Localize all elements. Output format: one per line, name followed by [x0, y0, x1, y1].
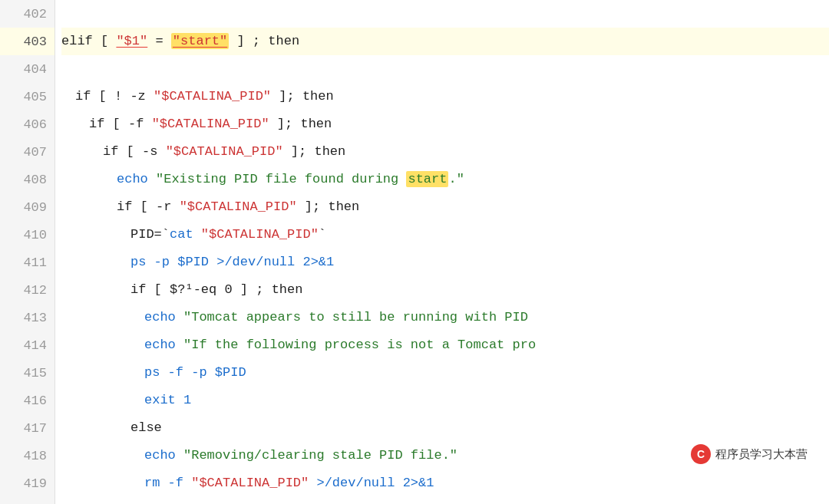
- code-token: echo: [144, 304, 183, 331]
- code-token: "Tomcat appears to still be running with…: [183, 304, 528, 331]
- code-token: >/dev/null 2>&1: [309, 469, 434, 497]
- line-number: 402: [0, 0, 54, 28]
- line-number: 416: [0, 387, 54, 414]
- code-token: "$CATALINA_PID": [191, 469, 309, 497]
- code-token: [193, 221, 201, 249]
- code-line: if [ ! -z "$CATALINA_PID" ]; then: [61, 83, 829, 110]
- line-number: 419: [0, 469, 54, 497]
- line-number: 417: [0, 414, 54, 442]
- code-viewer: 4024034044054064074084094104114124134144…: [0, 0, 829, 504]
- line-number: 412: [0, 276, 54, 304]
- code-token: "If the following process is not a Tomca…: [183, 331, 536, 359]
- code-token: ¹: [185, 276, 193, 304]
- code-token: ];: [269, 110, 301, 138]
- code-content: elif [ "$1" = "start" ] ; thenif [ ! -z …: [55, 0, 829, 504]
- code-token: -eq 0 ] ;: [193, 276, 272, 304]
- code-line: if [ -s "$CATALINA_PID" ]; then: [61, 138, 829, 166]
- code-line: else: [61, 414, 829, 442]
- code-token: "$CATALINA_PID": [201, 221, 319, 249]
- code-line: PID=`cat "$CATALINA_PID"`: [61, 221, 829, 249]
- line-number: 415: [0, 359, 54, 387]
- code-line: rm -f "$CATALINA_PID" >/dev/null 2>&1: [61, 469, 829, 497]
- code-token: then: [328, 193, 359, 221]
- line-number: 407: [0, 138, 54, 166]
- code-token: "$CATALINA_PID": [166, 138, 283, 166]
- code-token: elif [: [61, 28, 116, 55]
- line-number: 404: [0, 55, 54, 83]
- code-token: ];: [271, 83, 302, 110]
- code-line: echo "Tomcat appears to still be running…: [61, 304, 829, 331]
- code-token: echo: [144, 442, 183, 469]
- code-token: "$1": [116, 28, 147, 55]
- code-token: ps -p $PID >/dev/null 2>&1: [130, 249, 334, 276]
- code-token: then: [300, 110, 332, 138]
- line-number: 403: [0, 28, 54, 55]
- line-number-gutter: 4024034044054064074084094104114124134144…: [0, 0, 55, 504]
- code-token: else: [130, 414, 162, 442]
- code-line: [61, 0, 829, 28]
- line-number: 410: [0, 221, 54, 249]
- line-number: 409: [0, 193, 54, 221]
- code-token: if [ -s: [103, 138, 166, 166]
- code-token: ];: [283, 138, 315, 166]
- code-token: ] ;: [229, 28, 268, 55]
- code-line: echo "Existing PID file found during sta…: [61, 166, 829, 193]
- line-number: 418: [0, 442, 54, 469]
- code-line: echo "If the following process is not a …: [61, 331, 829, 359]
- code-token: ];: [297, 193, 329, 221]
- code-token: then: [268, 28, 299, 55]
- code-line: if [ $?¹-eq 0 ] ; then: [61, 276, 829, 304]
- code-token: `: [319, 221, 326, 249]
- code-token: exit 1: [144, 387, 191, 414]
- code-line: ps -f -p $PID: [61, 359, 829, 387]
- code-token: if [ -f: [89, 110, 152, 138]
- code-token: if [ ! -z: [75, 83, 154, 110]
- line-number: 411: [0, 249, 54, 276]
- code-token: start: [406, 166, 448, 193]
- code-line: echo "Removing/clearing stale PID file.": [61, 442, 829, 469]
- code-token: then: [314, 138, 345, 166]
- code-token: ps -f -p $PID: [144, 359, 246, 387]
- code-token: =: [147, 28, 171, 55]
- code-token: PID=`: [130, 221, 170, 249]
- code-token: .": [448, 166, 464, 193]
- code-line: elif [ "$1" = "start" ] ; then: [61, 28, 829, 55]
- code-token: if [ -r: [117, 193, 180, 221]
- code-token: "Existing PID file found during: [156, 166, 406, 193]
- line-number: 408: [0, 166, 54, 193]
- line-number: 413: [0, 304, 54, 331]
- code-token: "Removing/clearing stale PID file.": [183, 442, 457, 469]
- code-token: "$CATALINA_PID": [180, 193, 297, 221]
- code-token: "$CATALINA_PID": [154, 83, 271, 110]
- code-token: "$CATALINA_PID": [152, 110, 269, 138]
- code-token: echo: [144, 331, 183, 359]
- line-number: 414: [0, 331, 54, 359]
- code-token: cat: [170, 221, 193, 249]
- highlight-yellow: start: [406, 171, 448, 187]
- code-token: then: [302, 83, 334, 110]
- highlight-yellow: "start": [171, 33, 229, 49]
- code-line: if [ -f "$CATALINA_PID" ]; then: [61, 110, 829, 138]
- code-token: "start": [171, 28, 229, 55]
- code-token: rm -f: [144, 469, 191, 497]
- code-token: if [ $?: [130, 276, 185, 304]
- code-line: [61, 55, 829, 83]
- code-token: then: [272, 276, 303, 304]
- line-number: 406: [0, 110, 54, 138]
- line-number: 405: [0, 83, 54, 110]
- code-line: ps -p $PID >/dev/null 2>&1: [61, 249, 829, 276]
- code-line: if [ -r "$CATALINA_PID" ]; then: [61, 193, 829, 221]
- code-token: echo: [117, 166, 156, 193]
- code-line: exit 1: [61, 387, 829, 414]
